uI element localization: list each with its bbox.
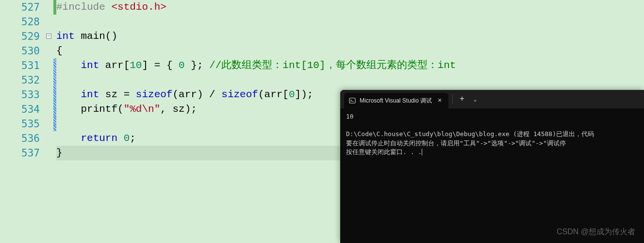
console-tab[interactable]: Microsoft Visual Studio 调试 ✕ — [344, 93, 448, 108]
line-number[interactable]: 531 — [0, 58, 45, 73]
line-number[interactable]: 534 — [0, 102, 45, 117]
code-line: int arr[10] = { 0 }; //此数组类型：int[10]，每个数… — [56, 58, 644, 73]
text-cursor — [422, 149, 422, 156]
line-gutter: 527 528 529 530 531 532 533 534 535 536 … — [0, 0, 45, 243]
close-icon[interactable]: ✕ — [436, 97, 444, 104]
change-indicator-column — [53, 0, 56, 243]
tab-divider — [452, 94, 453, 104]
line-number[interactable]: 528 — [0, 15, 45, 29]
code-line — [56, 73, 644, 87]
code-line: #include <stdio.h> — [56, 0, 644, 15]
line-number[interactable]: 537 — [0, 146, 45, 160]
debug-console-window[interactable]: Microsoft Visual Studio 调试 ✕ + ⌄ 10 D:\C… — [340, 90, 644, 243]
fold-toggle-icon[interactable]: − — [46, 34, 51, 39]
watermark-text: CSDN @想成为传火者 — [557, 227, 635, 237]
new-tab-button[interactable]: + — [455, 95, 469, 104]
line-number[interactable]: 529 — [0, 29, 45, 44]
console-titlebar[interactable]: Microsoft Visual Studio 调试 ✕ + ⌄ — [340, 90, 644, 108]
terminal-icon — [349, 97, 356, 104]
line-number[interactable]: 530 — [0, 44, 45, 58]
line-number[interactable]: 536 — [0, 131, 45, 146]
change-marker-modified — [53, 58, 56, 131]
line-number[interactable]: 527 — [0, 0, 45, 15]
line-number[interactable]: 535 — [0, 117, 45, 131]
fold-column: − — [45, 0, 53, 243]
code-line: int main() — [56, 29, 644, 44]
code-line — [56, 15, 644, 29]
console-output[interactable]: 10 D:\Code\C.house\C_study\blog\Debug\bl… — [340, 108, 644, 160]
svg-rect-0 — [349, 98, 355, 104]
console-tab-title: Microsoft Visual Studio 调试 — [360, 97, 432, 105]
line-number[interactable]: 533 — [0, 87, 45, 102]
line-number[interactable]: 532 — [0, 73, 45, 87]
tab-dropdown-icon[interactable]: ⌄ — [469, 96, 481, 103]
code-line: { — [56, 44, 644, 58]
change-marker-saved — [53, 0, 56, 15]
